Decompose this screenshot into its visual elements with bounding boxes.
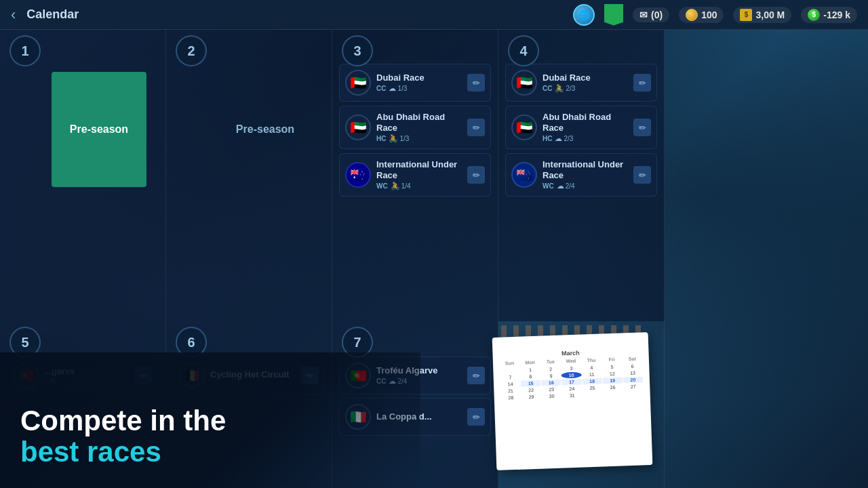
- mail-icon: ✉: [639, 9, 648, 20]
- week-4-race-1[interactable]: 🇦🇪 Dubai Race CC 🚴 2/3 ✏: [505, 64, 657, 102]
- race-stage-6: ☁ 2/4: [557, 182, 575, 190]
- race-stage-3: 🚴 1/4: [391, 182, 411, 190]
- weather-icon-1: ☁: [389, 84, 396, 93]
- calendar-widget: March Sun Mon Tue Wed Thu Fri Sat 1 2 3 …: [494, 325, 650, 468]
- cal-header-fri: Fri: [601, 357, 621, 362]
- race-cat-6: WC: [542, 182, 554, 190]
- race-name-6: International Under Race: [542, 159, 628, 180]
- cal-header-tue: Tue: [540, 359, 560, 365]
- race-meta-3: WC 🚴 1/4: [376, 182, 462, 190]
- race-name-4: Dubai Race: [542, 73, 628, 83]
- bike-icon-4: 🚴: [555, 84, 564, 93]
- edit-race-6[interactable]: ✏: [633, 166, 651, 184]
- cal-header-sat: Sat: [623, 356, 642, 361]
- race-info-1: Dubai Race CC ☁ 1/3: [376, 73, 462, 94]
- week-2-block: 2 Pre-season: [166, 30, 332, 321]
- race-name-2: Abu Dhabi Road Race: [376, 112, 462, 133]
- page-title: Calendar: [26, 7, 565, 22]
- week-1-preseason[interactable]: Pre-season: [52, 72, 146, 187]
- race-meta-2: HC 🚴 1/3: [376, 134, 462, 143]
- race-cat-3: WC: [376, 182, 388, 190]
- weather-icon-6: ☁: [557, 182, 564, 190]
- coins-stat: 100: [679, 7, 724, 23]
- bottom-overlay: Compete in the best races: [0, 352, 420, 488]
- messages-count: (0): [651, 9, 663, 20]
- flag-uae-4: 🇦🇪: [511, 115, 537, 140]
- edit-race-2[interactable]: ✏: [467, 119, 485, 136]
- flag-uae-1: 🇦🇪: [345, 70, 371, 96]
- race-cat-5: HC: [542, 135, 552, 142]
- bookmark-icon[interactable]: [604, 4, 623, 26]
- race-info-6: International Under Race WC ☁ 2/4: [542, 159, 628, 190]
- week-8-block: March Sun Mon Tue Wed Thu Fri Sat 1 2 3 …: [498, 321, 665, 488]
- race-name-1: Dubai Race: [376, 73, 462, 83]
- balance-value: -129 k: [823, 9, 850, 20]
- week-1-block: 1 Pre-season: [0, 30, 166, 321]
- race-name-5: Abu Dhabi Road Race: [542, 112, 628, 133]
- week-3-race-1[interactable]: 🇦🇪 Dubai Race CC ☁ 1/3 ✏: [339, 64, 491, 102]
- topbar-icons: 🌐 ✉ (0) 100 $ 3,00 M $ -129 k: [573, 4, 857, 26]
- week-4-race-3[interactable]: 🇳🇿 International Under Race WC ☁ 2/4 ✏: [505, 153, 657, 197]
- dollar-icon: $: [808, 9, 820, 21]
- cal-header-mon: Mon: [520, 360, 540, 365]
- overlay-line1: Compete in the: [20, 405, 400, 436]
- week-3-race-3[interactable]: 🇦🇺 International Under Race WC 🚴 1/4 ✏: [339, 153, 491, 197]
- race-meta-4: CC 🚴 2/3: [542, 84, 628, 93]
- money-value: 3,00 M: [755, 9, 785, 20]
- race-cat-1: CC: [376, 85, 386, 92]
- week-3-block: 3 🇦🇪 Dubai Race CC ☁ 1/3 ✏: [332, 30, 498, 321]
- balance-stat: $ -129 k: [801, 7, 857, 23]
- race-cat-4: CC: [542, 85, 552, 92]
- coin-icon: [686, 9, 698, 21]
- week-4-block: 4 🇦🇪 Dubai Race CC 🚴 2/3 ✏: [498, 30, 665, 321]
- week-1-number: 1: [9, 35, 41, 66]
- edit-race-w7-1[interactable]: ✏: [467, 367, 485, 384]
- cal-header-thu: Thu: [581, 357, 601, 363]
- week-4-number: 4: [508, 35, 539, 66]
- cal-header-sun: Sun: [500, 361, 519, 366]
- race-info-2: Abu Dhabi Road Race HC 🚴 1/3: [376, 112, 462, 143]
- week-4-race-2[interactable]: 🇦🇪 Abu Dhabi Road Race HC ☁ 2/3 ✏: [505, 106, 657, 149]
- messages-stat[interactable]: ✉ (0): [633, 7, 669, 22]
- edit-race-w7-2[interactable]: ✏: [467, 408, 485, 426]
- edit-race-3[interactable]: ✏: [467, 166, 485, 184]
- back-button[interactable]: ‹: [11, 6, 16, 24]
- edit-race-5[interactable]: ✏: [633, 119, 651, 136]
- money-stat: $ 3,00 M: [733, 7, 791, 23]
- edit-race-4[interactable]: ✏: [633, 74, 651, 92]
- race-meta-1: CC ☁ 1/3: [376, 84, 462, 93]
- topbar: ‹ Calendar 🌐 ✉ (0) 100 $ 3,00 M $ -129 k: [0, 0, 868, 30]
- race-info-3: International Under Race WC 🚴 1/4: [376, 159, 462, 190]
- race-stage-2: 🚴 1/3: [389, 134, 409, 143]
- week-2-preseason[interactable]: Pre-season: [218, 72, 313, 187]
- money-icon: $: [740, 9, 752, 21]
- week-2-number: 2: [176, 35, 207, 66]
- cal-header-wed: Wed: [561, 359, 580, 364]
- race-stage-4: 🚴 2/3: [555, 84, 575, 93]
- calendar-grid: 1 2 3 4 5 6 7 8 9 10 11 12 13 14 15 16 1: [500, 363, 644, 401]
- globe-icon[interactable]: 🌐: [573, 4, 595, 26]
- bike-icon-2: 🚴: [389, 134, 398, 143]
- week-3-number: 3: [342, 35, 373, 66]
- race-stage-1: ☁ 1/3: [389, 84, 407, 93]
- race-meta-5: HC ☁ 2/3: [542, 134, 628, 143]
- race-stage-5: ☁ 2/3: [555, 134, 573, 143]
- race-meta-6: WC ☁ 2/4: [542, 182, 628, 190]
- flag-nz-1: 🇳🇿: [511, 162, 537, 188]
- top-grid: 1 Pre-season 2 Pre-season 3 🇦🇪 Dubai Rac…: [0, 30, 868, 321]
- flag-au-1: 🇦🇺: [345, 162, 371, 188]
- edit-race-1[interactable]: ✏: [467, 74, 485, 92]
- week-3-race-2[interactable]: 🇦🇪 Abu Dhabi Road Race HC 🚴 1/3 ✏: [339, 106, 491, 149]
- overlay-line2: best races: [20, 436, 400, 468]
- flag-uae-2: 🇦🇪: [345, 115, 371, 140]
- coins-value: 100: [701, 9, 717, 20]
- bike-icon-3: 🚴: [391, 182, 400, 190]
- race-name-3: International Under Race: [376, 159, 462, 180]
- race-info-4: Dubai Race CC 🚴 2/3: [542, 73, 628, 94]
- flag-uae-3: 🇦🇪: [511, 70, 537, 96]
- weather-icon-5: ☁: [555, 134, 562, 143]
- calendar-body: March Sun Mon Tue Wed Thu Fri Sat 1 2 3 …: [492, 332, 653, 470]
- race-cat-2: HC: [376, 135, 386, 142]
- race-info-5: Abu Dhabi Road Race HC ☁ 2/3: [542, 112, 628, 143]
